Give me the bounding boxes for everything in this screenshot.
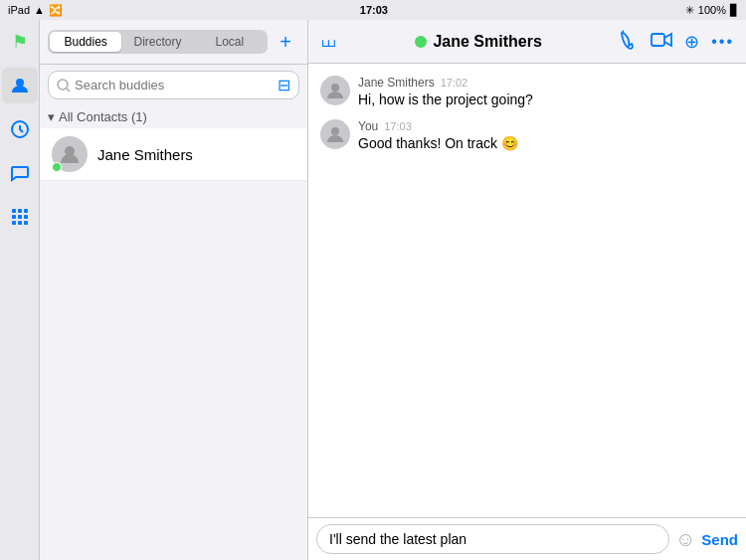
msg-sender-2: You [358,119,378,133]
svg-rect-7 [24,215,28,219]
wifi-icon: ▲ [34,4,45,16]
presence-dot-jane [52,162,62,172]
tab-local[interactable]: Local [194,32,266,52]
svg-line-12 [67,89,70,92]
presence-indicator [415,36,427,48]
collapse-icon: ▾ [48,109,55,124]
app-container: ⚑ Buddies Directory Local + [0,20,746,560]
battery-label: 100% [698,4,726,16]
status-left: iPad ▲ 🔀 [8,4,63,17]
contact-name-jane: Jane Smithers [97,146,193,163]
group-label: All Contacts (1) [59,109,147,124]
phone-button[interactable] [619,30,639,54]
tab-directory[interactable]: Directory [121,32,193,52]
chat-header-actions: ⊕ ••• [619,30,734,54]
tab-buddies[interactable]: Buddies [50,32,121,52]
svg-rect-8 [12,221,16,225]
chat-header-center: Jane Smithers [346,33,611,51]
recent-tab[interactable] [2,111,38,147]
msg-content-2: You 17:03 Good thanks! On track 😊 [358,119,518,151]
chat-tab[interactable] [2,155,38,191]
left-tabs: ⚑ [0,20,40,560]
search-icon [57,79,71,93]
svg-rect-10 [24,221,28,225]
msg-meta-1: Jane Smithers 17:02 [358,76,533,90]
battery-icon: ▊ [730,4,738,17]
svg-point-16 [331,127,339,135]
contacts-list: ▾ All Contacts (1) Jane Smithers [40,105,307,560]
chat-contact-name: Jane Smithers [433,33,541,51]
contact-avatar-jane [52,136,88,172]
msg-content-1: Jane Smithers 17:02 Hi, how is the proje… [358,76,533,107]
dialpad-tab[interactable] [2,199,38,235]
svg-rect-3 [18,209,22,213]
emoji-button[interactable]: ☺ [675,528,695,551]
filter-button[interactable]: ⊟ [278,76,290,94]
status-bar: iPad ▲ 🔀 17:03 ✳ 100% ▊ [0,0,746,20]
msg-bubble-2: Good thanks! On track 😊 [358,135,518,151]
search-input[interactable] [75,78,274,93]
panel-split-icon: ⧢ [320,31,338,52]
sidebar: Buddies Directory Local + ⊟ ▾ All Contac… [40,20,308,560]
contacts-group-header[interactable]: ▾ All Contacts (1) [40,105,307,128]
msg-sender-1: Jane Smithers [358,76,435,90]
chat-header-back: ⧢ [320,31,338,52]
chat-header: ⧢ Jane Smithers ⊕ ••• [308,20,746,64]
tab-group: Buddies Directory Local [48,30,268,54]
chat-input-bar: ☺ Send [308,517,746,560]
signal-icon: 🔀 [49,4,63,17]
msg-avatar-you [320,119,350,149]
chat-messages: Jane Smithers 17:02 Hi, how is the proje… [308,64,746,517]
send-button[interactable]: Send [701,531,738,548]
msg-meta-2: You 17:03 [358,119,518,133]
svg-rect-5 [12,215,16,219]
svg-rect-4 [24,209,28,213]
search-bar: ⊟ [48,71,299,99]
svg-rect-9 [18,221,22,225]
chat-panel: ⧢ Jane Smithers ⊕ ••• [308,20,746,560]
sidebar-nav: Buddies Directory Local + [40,20,307,65]
msg-avatar-jane [320,76,350,105]
msg-time-2: 17:03 [384,120,412,132]
message-row-1: Jane Smithers 17:02 Hi, how is the proje… [320,76,734,107]
more-options-button[interactable]: ••• [711,33,734,51]
status-right: ✳ 100% ▊ [685,4,738,17]
svg-point-15 [331,84,339,92]
msg-time-1: 17:02 [441,77,468,89]
contact-item-jane[interactable]: Jane Smithers [40,128,307,181]
svg-rect-2 [12,209,16,213]
msg-bubble-1: Hi, how is the project going? [358,92,533,107]
device-label: iPad [8,4,30,16]
svg-point-0 [16,79,24,87]
home-tab[interactable]: ⚑ [2,24,38,60]
message-row-2: You 17:03 Good thanks! On track 😊 [320,119,734,151]
video-button[interactable] [651,31,672,53]
contacts-tab[interactable] [2,68,38,103]
svg-rect-14 [652,34,664,46]
status-time: 17:03 [360,4,388,16]
chat-input[interactable] [316,524,669,554]
svg-rect-6 [18,215,22,219]
svg-point-11 [58,80,68,90]
bluetooth-icon: ✳ [685,4,694,17]
add-participant-button[interactable]: ⊕ [684,31,699,53]
add-contact-button[interactable]: + [272,28,299,56]
